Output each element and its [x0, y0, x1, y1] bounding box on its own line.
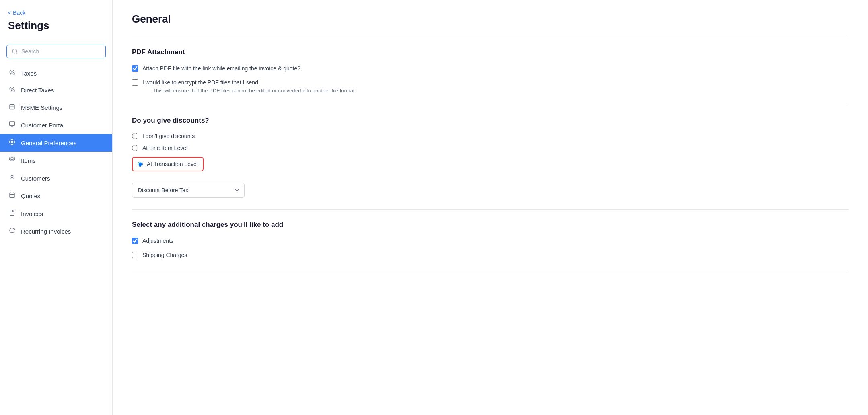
discount-select-wrapper: Discount Before Tax Discount After Tax: [132, 183, 849, 198]
search-box: [6, 45, 106, 58]
msme-icon: [8, 103, 16, 111]
encrypt-pdf-checkbox[interactable]: [132, 79, 138, 86]
divider-discounts: [132, 105, 849, 105]
svg-point-0: [12, 49, 17, 53]
sidebar-item-label: General Preferences: [21, 140, 76, 146]
sidebar-item-msme-settings[interactable]: MSME Settings: [0, 99, 112, 116]
sidebar-item-taxes[interactable]: % Taxes: [0, 65, 112, 82]
svg-rect-11: [10, 193, 14, 198]
shipping-charges-checkbox[interactable]: [132, 252, 138, 258]
divider-bottom: [132, 271, 849, 271]
transaction-level-row: At Transaction Level: [132, 157, 849, 177]
transaction-level-label[interactable]: At Transaction Level: [147, 161, 198, 167]
no-discount-radio[interactable]: [132, 133, 138, 139]
shipping-charges-row: Shipping Charges: [132, 251, 849, 259]
invoices-icon: [8, 210, 16, 218]
customer-portal-icon: [8, 121, 16, 129]
nav-list: % Taxes % Direct Taxes MSME Settings Cus…: [0, 62, 112, 243]
sidebar-item-label: Invoices: [21, 210, 43, 217]
additional-charges-section: Select any additional charges you'll lik…: [132, 221, 849, 259]
sidebar-item-label: Customers: [21, 175, 50, 182]
taxes-icon: %: [8, 70, 16, 77]
line-item-row: At Line Item Level: [132, 145, 849, 151]
sidebar-title: Settings: [8, 19, 104, 32]
customers-icon: [8, 174, 16, 182]
attach-pdf-row: Attach PDF file with the link while emai…: [132, 64, 849, 73]
svg-rect-2: [10, 105, 14, 109]
sidebar-header: < Back Settings: [0, 0, 112, 45]
svg-point-9: [11, 141, 13, 143]
sidebar-item-label: Taxes: [21, 70, 37, 77]
sidebar-item-customer-portal[interactable]: Customer Portal: [0, 116, 112, 134]
sidebar-item-label: Recurring Invoices: [21, 228, 71, 235]
transaction-level-radio[interactable]: [138, 162, 143, 167]
transaction-level-highlight: At Transaction Level: [132, 157, 204, 171]
adjustments-checkbox[interactable]: [132, 238, 138, 244]
sidebar-item-label: Customer Portal: [21, 122, 64, 129]
general-preferences-icon: [8, 139, 16, 147]
no-discount-row: I don't give discounts: [132, 133, 849, 139]
sidebar-item-items[interactable]: Items: [0, 152, 112, 169]
sidebar-item-label: MSME Settings: [21, 104, 62, 111]
discounts-title: Do you give discounts?: [132, 117, 849, 125]
sidebar-item-quotes[interactable]: Quotes: [0, 187, 112, 205]
back-link[interactable]: < Back: [8, 10, 104, 16]
encrypt-pdf-label[interactable]: I would like to encrypt the PDF files th…: [142, 79, 260, 86]
sidebar-item-label: Quotes: [21, 193, 40, 199]
encrypt-pdf-row: I would like to encrypt the PDF files th…: [132, 78, 849, 94]
svg-point-10: [11, 175, 13, 177]
sidebar-item-invoices[interactable]: Invoices: [0, 205, 112, 222]
attach-pdf-checkbox[interactable]: [132, 65, 138, 72]
sidebar-item-general-preferences[interactable]: General Preferences: [0, 134, 112, 152]
items-icon: [8, 156, 16, 164]
adjustments-label[interactable]: Adjustments: [142, 237, 173, 245]
search-container: [0, 45, 112, 62]
sidebar-item-customers[interactable]: Customers: [0, 169, 112, 187]
search-input[interactable]: [21, 48, 101, 55]
svg-rect-6: [9, 122, 14, 125]
no-discount-label[interactable]: I don't give discounts: [142, 133, 195, 139]
search-icon: [12, 48, 18, 55]
sidebar-item-recurring-invoices[interactable]: Recurring Invoices: [0, 222, 112, 240]
line-item-radio[interactable]: [132, 145, 138, 151]
main-content: General PDF Attachment Attach PDF file w…: [113, 0, 868, 415]
discounts-section: Do you give discounts? I don't give disc…: [132, 117, 849, 198]
additional-charges-title: Select any additional charges you'll lik…: [132, 221, 849, 229]
discount-type-select[interactable]: Discount Before Tax Discount After Tax: [132, 183, 245, 198]
shipping-charges-label[interactable]: Shipping Charges: [142, 251, 187, 259]
direct-taxes-icon: %: [8, 86, 16, 94]
sidebar: < Back Settings % Taxes % Direct Taxes: [0, 0, 113, 415]
line-item-label[interactable]: At Line Item Level: [142, 145, 187, 151]
sidebar-item-label: Items: [21, 157, 36, 164]
pdf-attachment-title: PDF Attachment: [132, 48, 849, 56]
divider-top: [132, 37, 849, 37]
sidebar-nav: % Taxes % Direct Taxes MSME Settings Cus…: [0, 62, 112, 243]
attach-pdf-label[interactable]: Attach PDF file with the link while emai…: [142, 65, 300, 72]
svg-line-1: [16, 53, 17, 54]
sidebar-item-direct-taxes[interactable]: % Direct Taxes: [0, 82, 112, 99]
recurring-invoices-icon: [8, 227, 16, 235]
sidebar-item-label: Direct Taxes: [21, 87, 54, 94]
adjustments-row: Adjustments: [132, 237, 849, 245]
page-title: General: [132, 13, 849, 25]
pdf-attachment-section: PDF Attachment Attach PDF file with the …: [132, 48, 849, 94]
quotes-icon: [8, 192, 16, 200]
divider-charges: [132, 209, 849, 210]
encrypt-pdf-helper: This will ensure that the PDF files cann…: [153, 88, 354, 94]
